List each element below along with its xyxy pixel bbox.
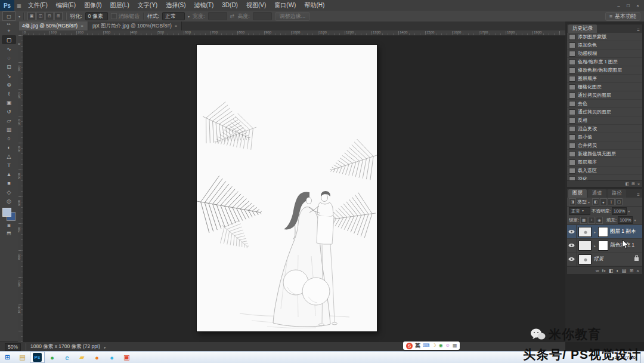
history-state[interactable]: 通过拷贝的图层	[567, 91, 642, 100]
eyedropper-tool[interactable]: ↘	[2, 71, 16, 80]
menu-item[interactable]: 选择(S)	[162, 0, 190, 11]
gradient-tool[interactable]: ▥	[2, 125, 16, 134]
lock-icon[interactable]: +	[588, 217, 595, 224]
fill-caret-icon[interactable]: ▾	[634, 218, 636, 222]
move-tool[interactable]: +	[2, 26, 16, 35]
ime-toolbox-icon[interactable]: ▦	[453, 343, 457, 348]
toolbar-collapse-icon[interactable]: ▸▸	[7, 22, 11, 26]
layer-visibility-toggle[interactable]	[567, 253, 577, 266]
blend-mode-select[interactable]: 正常 ▾	[569, 207, 590, 215]
history-state[interactable]: 图层顺序	[567, 75, 642, 83]
history-state[interactable]: 栅格化图层	[567, 83, 642, 91]
history-state[interactable]: 载入选区	[567, 167, 642, 175]
history-state[interactable]: 修改色相/饱和度图层	[567, 66, 642, 75]
menu-item[interactable]: 图像(I)	[80, 0, 106, 11]
tab-close-icon[interactable]: ×	[175, 23, 178, 29]
ime-keyboard-icon[interactable]: ⌨	[423, 343, 430, 348]
menu-item[interactable]: 编辑(E)	[52, 0, 80, 11]
layer-mask-thumbnail[interactable]	[598, 227, 608, 237]
workspace-grid-icon[interactable]: ▦	[14, 0, 24, 11]
history-brush-tool[interactable]: ↺	[2, 107, 16, 116]
history-state[interactable]: 添加杂色	[567, 41, 642, 50]
menu-item[interactable]: 图层(L)	[106, 0, 134, 11]
menu-item[interactable]: 3D(D)	[218, 0, 242, 11]
ime-language-toggle[interactable]: 英	[415, 342, 420, 350]
layers-footer-icon[interactable]: fx	[602, 268, 605, 273]
quick-mask-mode-icon[interactable]: ◙	[2, 222, 16, 229]
history-footer-icon[interactable]: ⊞	[631, 182, 635, 186]
dodge-tool[interactable]: ◐	[2, 143, 16, 152]
tab-close-icon[interactable]: ×	[80, 23, 83, 29]
document-tab[interactable]: ppt 图片简介.jpg @ 100%(RGB/8#)×	[88, 21, 182, 30]
history-state[interactable]: 去色	[567, 100, 642, 108]
lasso-tool[interactable]: ∿	[2, 44, 16, 53]
taskbar-photoshop[interactable]: Ps	[30, 352, 45, 363]
taskbar-media-player[interactable]: ●	[89, 352, 104, 363]
layer-mask-thumbnail[interactable]	[598, 241, 608, 251]
pen-tool[interactable]: △	[2, 152, 16, 161]
ime-mic-icon[interactable]: ◉	[439, 343, 443, 348]
tab-路径[interactable]: 路径	[608, 189, 626, 198]
new-selection-icon[interactable]: ▣	[27, 12, 36, 20]
document-canvas[interactable]	[197, 45, 377, 331]
menu-item[interactable]: 滤镜(T)	[190, 0, 218, 11]
filter-icon[interactable]: ▢	[615, 198, 623, 205]
layer-row[interactable]: ▸颜色填充 1	[567, 239, 642, 253]
layer-thumbnail[interactable]	[578, 227, 592, 237]
shape-tool[interactable]: ■	[2, 179, 16, 187]
path-selection-tool[interactable]: ▲	[2, 170, 16, 179]
menu-item[interactable]: 视图(V)	[242, 0, 270, 11]
maximize-button[interactable]: □	[624, 2, 633, 10]
layers-footer-icon[interactable]: ×	[636, 268, 639, 273]
subtract-selection-icon[interactable]: ⊟	[45, 12, 54, 20]
zoom-tool[interactable]: ◎	[2, 196, 16, 205]
layers-footer-icon[interactable]: ▤	[622, 268, 627, 273]
layer-row[interactable]: 背景	[567, 253, 642, 266]
panel-menu-icon[interactable]: ≡	[637, 192, 642, 198]
history-state[interactable]: 新建颜色填充图层	[567, 150, 642, 158]
tool-preset-icon[interactable]: ▢	[2, 11, 16, 21]
lock-icon[interactable]: ◉	[596, 217, 603, 224]
height-input[interactable]	[253, 12, 272, 20]
taskbar-ie[interactable]: e	[60, 352, 75, 363]
tab-通道[interactable]: 通道	[588, 189, 606, 198]
foreground-color-swatch[interactable]	[2, 208, 11, 217]
taskbar-folder[interactable]: ▰	[75, 352, 89, 363]
filter-icon[interactable]: ●	[600, 198, 607, 205]
tool-preset-caret-icon[interactable]: ▾	[18, 14, 20, 19]
style-caret-icon[interactable]: ▾	[188, 14, 190, 19]
minimize-button[interactable]: –	[614, 2, 623, 10]
quick-selection-tool[interactable]: ◌	[2, 53, 16, 62]
eraser-tool[interactable]: ▱	[2, 116, 16, 125]
start-button[interactable]: ⊞	[0, 352, 15, 363]
tab-history[interactable]: 历史记录	[568, 24, 597, 33]
filter-icon[interactable]: ◧	[592, 198, 599, 205]
sogou-logo-icon[interactable]: S	[406, 343, 413, 349]
history-state[interactable]: 反相	[567, 116, 642, 125]
width-input[interactable]	[208, 12, 227, 20]
menu-item[interactable]: 窗口(W)	[270, 0, 300, 11]
screen-mode-icon[interactable]: ⬒	[2, 229, 16, 237]
history-state[interactable]: 混合更改	[567, 125, 642, 133]
layer-name[interactable]: 图层 1 副本	[610, 228, 640, 235]
menu-item[interactable]: 帮助(H)	[300, 0, 329, 11]
layer-visibility-toggle[interactable]	[567, 239, 577, 252]
layers-footer-icon[interactable]: ∞	[596, 268, 599, 273]
intersect-selection-icon[interactable]: ⊞	[54, 12, 63, 20]
swap-dimensions-icon[interactable]: ⇄	[230, 13, 235, 19]
refine-edge-button[interactable]: 调整边缘...	[275, 12, 311, 21]
layer-row[interactable]: ▸图层 1 副本	[567, 225, 642, 239]
layers-footer-icon[interactable]: ◧	[609, 268, 614, 273]
history-footer-icon[interactable]: ◧	[625, 182, 629, 186]
feather-input[interactable]: 0 像素	[85, 12, 108, 20]
crop-tool[interactable]: ⊡	[2, 62, 16, 71]
panel-menu-icon[interactable]: ≡	[637, 27, 642, 33]
workspace-switcher-button[interactable]: ≡ 基本功能	[605, 12, 640, 21]
layer-visibility-toggle[interactable]	[567, 225, 577, 238]
taskbar-chat[interactable]: ●	[104, 352, 119, 363]
menu-item[interactable]: 文字(Y)	[134, 0, 162, 11]
taskbar-explorer[interactable]: ▤	[15, 352, 30, 363]
layers-footer-icon[interactable]: ⊞	[630, 268, 634, 273]
history-state[interactable]: 图层顺序	[567, 158, 642, 167]
layer-name[interactable]: 背景	[593, 256, 633, 263]
